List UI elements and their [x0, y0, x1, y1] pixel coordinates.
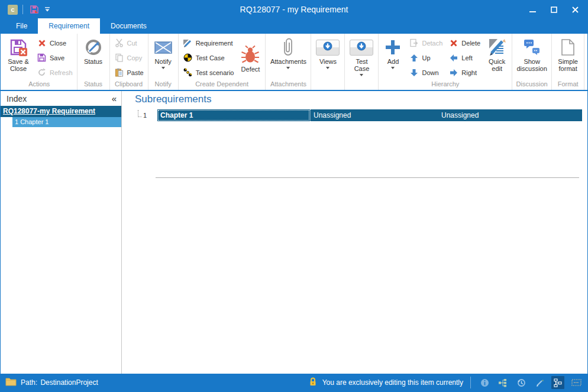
delete-label: Delete	[461, 40, 480, 47]
test-case-icon	[183, 53, 193, 62]
close-label: Close	[50, 40, 66, 47]
create-test-case-button[interactable]: Test Case	[180, 50, 237, 65]
row-tree-node[interactable]: 1	[138, 109, 157, 121]
minimize-button[interactable]	[524, 2, 541, 17]
create-test-case-label: Test Case	[196, 54, 225, 61]
row-cells[interactable]: Chapter 1 Unassigned Unassigned	[157, 109, 582, 121]
create-defect-button[interactable]: Defect	[237, 35, 264, 80]
lock-icon	[309, 377, 317, 388]
statusbar: Path: DestinationProject You are exclusi…	[1, 374, 587, 391]
add-caret-icon	[391, 67, 395, 69]
group-label-views	[311, 80, 344, 90]
hierarchy-view-icon[interactable]	[551, 376, 564, 389]
status-button[interactable]: Status	[79, 35, 108, 80]
path-value: DestinationProject	[40, 378, 98, 387]
row-assignee-cell[interactable]: Unassigned	[310, 109, 438, 121]
selection-box-icon[interactable]	[570, 376, 583, 389]
edit-lock-message: You are exclusively editing this item cu…	[322, 378, 463, 387]
quick-edit-button[interactable]: Quick edit	[483, 35, 511, 80]
create-test-scenario-label: Test scenario	[196, 69, 234, 76]
add-button[interactable]: Add	[380, 35, 406, 80]
ribbon-group-clipboard: Cut Copy Paste Clipboard	[110, 34, 148, 90]
quick-edit-icon	[487, 37, 507, 58]
index-title: Index	[7, 94, 27, 103]
right-arrow-icon	[448, 69, 458, 77]
save-close-button[interactable]: Save & Close	[3, 35, 34, 80]
row-title-cell[interactable]: Chapter 1	[157, 109, 310, 121]
maximize-button[interactable]	[545, 2, 563, 17]
notify-icon	[154, 37, 172, 58]
qat-customize-icon[interactable]	[41, 3, 54, 16]
paste-button[interactable]: Paste	[111, 65, 147, 80]
traceability-tree-icon[interactable]	[496, 376, 509, 389]
requirement-icon	[183, 38, 193, 48]
cut-label: Cut	[127, 40, 137, 47]
tab-requirement[interactable]: Requirement	[38, 18, 100, 34]
subrequirement-row[interactable]: 1 Chapter 1 Unassigned Unassigned	[138, 109, 587, 121]
refresh-button[interactable]: Refresh	[34, 65, 76, 80]
app-icon-letter: c	[11, 6, 14, 13]
create-requirement-button[interactable]: Requirement	[180, 35, 237, 50]
sidebar-collapse-icon[interactable]: «	[112, 93, 117, 103]
save-button[interactable]: Save	[34, 50, 76, 65]
up-button[interactable]: Up	[406, 50, 445, 65]
notify-label: Notify	[155, 58, 172, 65]
app-window: c RQ128077 - my Requirement File Require…	[0, 0, 588, 392]
group-label-status: Status	[77, 80, 109, 90]
app-icon[interactable]: c	[8, 5, 18, 15]
ribbon-group-format: Simple format Format	[552, 34, 584, 90]
add-icon	[384, 37, 402, 58]
group-label-hierarchy: Hierarchy	[379, 80, 512, 90]
create-test-scenario-button[interactable]: Test scenario	[180, 65, 237, 80]
index-root-item[interactable]: RQ128077-my Requirement	[1, 106, 121, 117]
signature-icon[interactable]	[533, 376, 546, 389]
create-requirement-label: Requirement	[196, 40, 233, 47]
refresh-icon	[37, 68, 47, 77]
tab-documents[interactable]: Documents	[100, 18, 157, 34]
attachments-button[interactable]: Attachments	[267, 35, 309, 80]
statusbar-divider	[470, 377, 471, 388]
ribbon-group-views: Views	[311, 34, 345, 90]
ribbon-group-hierarchy: Add Detach Up Down	[379, 34, 512, 90]
views-button[interactable]: Views	[312, 35, 343, 80]
quick-edit-label: Quick edit	[484, 58, 509, 72]
ribbon-group-status: Status Status	[77, 34, 110, 90]
paste-label: Paste	[127, 69, 144, 76]
add-label: Add	[387, 58, 399, 65]
save-label: Save	[50, 54, 64, 61]
copy-button[interactable]: Copy	[111, 50, 147, 65]
notify-button[interactable]: Notify	[150, 35, 177, 80]
status-label: Status	[84, 58, 102, 65]
cut-button[interactable]: Cut	[111, 35, 147, 50]
refresh-label: Refresh	[50, 69, 73, 76]
down-button[interactable]: Down	[406, 65, 445, 80]
delete-icon	[448, 39, 458, 47]
down-label: Down	[422, 69, 438, 76]
detach-label: Detach	[422, 40, 442, 47]
right-button[interactable]: Right	[445, 65, 483, 80]
group-label-actions: Actions	[2, 80, 77, 90]
row-number: 1	[143, 112, 147, 119]
defect-icon	[240, 44, 260, 66]
tab-file[interactable]: File	[5, 18, 38, 34]
save-close-icon	[9, 37, 28, 58]
ribbon-close-button[interactable]: Close	[34, 35, 76, 50]
show-discussion-button[interactable]: Show discussion	[513, 35, 550, 80]
left-button[interactable]: Left	[445, 50, 483, 65]
index-child-item[interactable]: 1 Chapter 1	[12, 117, 121, 127]
delete-button[interactable]: Delete	[445, 35, 483, 50]
simple-format-button[interactable]: Simple format	[553, 35, 583, 80]
close-window-button[interactable]	[566, 2, 584, 17]
info-icon[interactable]	[478, 376, 491, 389]
group-label-clipboard: Clipboard	[110, 80, 148, 90]
quick-save-icon[interactable]	[28, 3, 41, 16]
test-case-dropdown-button[interactable]: Test Case	[346, 35, 377, 80]
test-case-dropdown-label: Test Case	[351, 58, 372, 72]
window-controls	[524, 2, 584, 17]
test-scenario-icon	[183, 68, 193, 77]
detach-button[interactable]: Detach	[406, 35, 445, 50]
group-label-attachments: Attachments	[266, 80, 311, 90]
history-icon[interactable]	[515, 376, 528, 389]
row-status-cell[interactable]: Unassigned	[438, 109, 582, 121]
up-label: Up	[422, 54, 430, 61]
